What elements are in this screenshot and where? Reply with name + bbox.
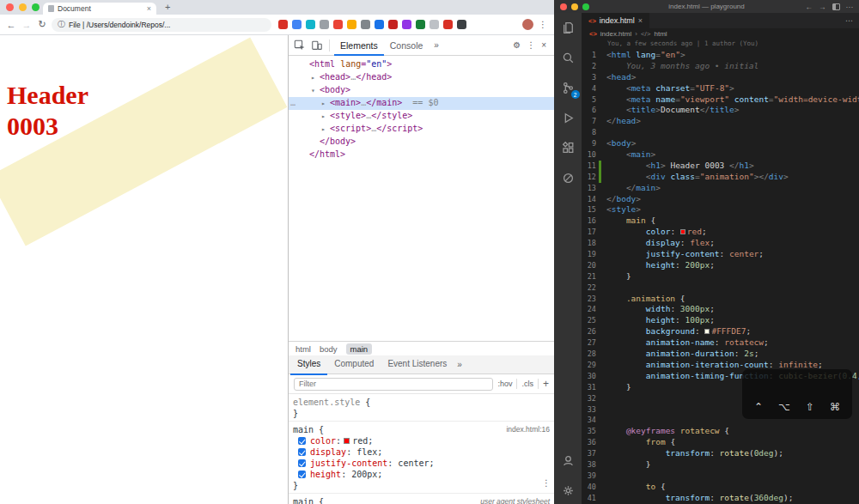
tab-close-icon[interactable]: ×: [638, 16, 643, 25]
devtools-menu-icon[interactable]: ⋮: [527, 40, 535, 50]
source-control-icon[interactable]: 2: [560, 80, 576, 96]
disclosure-arrow[interactable]: ▸: [321, 98, 330, 110]
property-checkbox[interactable]: [298, 471, 306, 478]
code-line[interactable]: 11 <h1> Header 0003 </h1>: [582, 161, 859, 172]
code-line[interactable]: 1<html lang="en">: [582, 50, 859, 61]
code-line[interactable]: 4 <meta charset="UTF-8">: [582, 83, 859, 94]
close-window-button[interactable]: [560, 3, 567, 10]
code-line[interactable]: 21 }: [582, 271, 859, 282]
code-line[interactable]: 22: [582, 282, 859, 294]
crumb-main[interactable]: main: [346, 343, 373, 355]
code-line[interactable]: 8: [582, 127, 859, 138]
code-line[interactable]: 24 width: 3000px;: [582, 304, 859, 315]
rule-selector[interactable]: element.style: [293, 398, 360, 407]
code-line[interactable]: 41 transform: rotate(360deg);: [582, 493, 859, 504]
disclosure-arrow[interactable]: ▸: [311, 72, 320, 84]
extension-icon[interactable]: [416, 20, 425, 29]
close-window-button[interactable]: [6, 3, 14, 11]
search-icon[interactable]: [560, 50, 576, 66]
extension-icon[interactable]: [402, 20, 411, 29]
styles-toolbar-button[interactable]: +: [543, 378, 549, 390]
layout-sidebar-icon[interactable]: [832, 3, 840, 10]
extension-icon[interactable]: [443, 20, 453, 29]
address-bar[interactable]: ⓘ File | /Users/dendoink/Repos/...: [52, 18, 271, 32]
breadcrumbs[interactable]: <> index.html › </> html: [582, 28, 859, 39]
code-line[interactable]: 16 main {: [582, 216, 859, 227]
devtools-close-icon[interactable]: ×: [541, 40, 546, 50]
code-line[interactable]: 38 }: [582, 459, 859, 471]
extension-icon[interactable]: [388, 20, 398, 29]
style-property[interactable]: height: 200px;: [293, 469, 550, 480]
tab-close-icon[interactable]: ×: [147, 4, 151, 13]
tab-computed[interactable]: Computed: [327, 355, 381, 375]
forward-icon[interactable]: →: [21, 20, 33, 30]
stylesheet-source-link[interactable]: index.html:16: [506, 424, 550, 435]
tab-console[interactable]: Console: [384, 35, 430, 56]
filter-input[interactable]: [294, 378, 493, 391]
overflow-menu-icon[interactable]: ⋮: [542, 477, 551, 489]
minimize-window-button[interactable]: [571, 3, 578, 10]
code-line[interactable]: 10 <main>: [582, 149, 859, 161]
gitlens-codelens[interactable]: You, a few seconds ago | 1 author (You): [582, 39, 859, 50]
extension-icon[interactable]: [430, 20, 439, 29]
dom-node-row[interactable]: ▾<body>: [289, 84, 554, 97]
code-line[interactable]: 35 @keyframes rotatecw {: [582, 426, 859, 437]
code-line[interactable]: 40 to {: [582, 482, 859, 493]
rule-selector[interactable]: main: [293, 497, 314, 504]
code-line[interactable]: 23 .animation {: [582, 294, 859, 305]
node-overflow-ellipsis[interactable]: …: [290, 97, 295, 109]
browser-menu-icon[interactable]: ⋮: [539, 20, 547, 29]
browser-tab[interactable]: Document ×: [43, 3, 156, 15]
extension-icon[interactable]: [292, 20, 302, 29]
settings-gear-icon[interactable]: ⚙: [513, 40, 521, 50]
crumb-html[interactable]: html: [295, 344, 311, 354]
new-tab-button[interactable]: +: [165, 2, 170, 12]
code-line[interactable]: 6 <title>Document</title>: [582, 105, 859, 116]
extension-icon[interactable]: [457, 20, 466, 29]
disclosure-arrow[interactable]: ▸: [321, 111, 330, 123]
breadcrumb-file[interactable]: index.html: [600, 30, 631, 38]
code-line[interactable]: 26 background: #FFFDE7;: [582, 326, 859, 337]
reload-icon[interactable]: ↻: [36, 19, 48, 30]
code-line[interactable]: 39: [582, 471, 859, 482]
extensions-icon[interactable]: [560, 140, 576, 156]
code-line[interactable]: 27 animation-name: rotatecw;: [582, 337, 859, 349]
code-line[interactable]: 20 height: 200px;: [582, 260, 859, 271]
tab-elements[interactable]: Elements: [334, 35, 384, 56]
styles-toolbar-button[interactable]: .cls: [521, 380, 533, 388]
code-line[interactable]: 36 from {: [582, 437, 859, 448]
editor-tab-index-html[interactable]: <> index.html ×: [582, 13, 649, 28]
code-line[interactable]: 5 <meta name="viewport" content="width=d…: [582, 94, 859, 106]
extension-icon[interactable]: [375, 20, 384, 29]
code-line[interactable]: 12 <div class="animation"></div>: [582, 172, 859, 183]
rule-selector[interactable]: main: [293, 425, 314, 434]
settings-gear-icon[interactable]: [560, 483, 576, 499]
style-property[interactable]: justify-content: center;: [293, 458, 550, 469]
style-property[interactable]: color: red;: [293, 435, 550, 446]
extension-icon[interactable]: [333, 20, 343, 29]
dom-node-row[interactable]: ▸<style>…</style>: [289, 110, 554, 123]
back-icon[interactable]: ←: [5, 20, 17, 30]
inspect-icon[interactable]: [292, 39, 308, 52]
extension-icon[interactable]: [320, 20, 329, 29]
minimize-window-button[interactable]: [19, 3, 27, 11]
code-line[interactable]: 19 justify-content: center;: [582, 249, 859, 260]
titlebar-more-icon[interactable]: ⋯: [846, 3, 854, 11]
dom-node-row[interactable]: </html>: [289, 149, 554, 161]
code-line[interactable]: 15<style>: [582, 204, 859, 216]
more-panels-icon[interactable]: »: [430, 40, 442, 50]
styles-toolbar-button[interactable]: :hov: [497, 380, 512, 388]
dom-node-row[interactable]: …▸<main>…</main> == $0: [289, 97, 554, 110]
code-line[interactable]: 28 animation-duration: 2s;: [582, 349, 859, 360]
breadcrumb-node[interactable]: html: [654, 30, 667, 38]
tab-styles[interactable]: Styles: [290, 355, 327, 375]
dom-node-row[interactable]: </body>: [289, 136, 554, 149]
code-line[interactable]: 17 color: red;: [582, 227, 859, 238]
run-debug-icon[interactable]: [560, 110, 576, 126]
nav-back-icon[interactable]: ←: [806, 3, 813, 11]
zoom-window-button[interactable]: [582, 3, 589, 10]
code-line[interactable]: 7</head>: [582, 116, 859, 127]
nav-forward-icon[interactable]: →: [819, 3, 826, 11]
property-checkbox[interactable]: [298, 459, 306, 467]
property-checkbox[interactable]: [298, 448, 306, 456]
